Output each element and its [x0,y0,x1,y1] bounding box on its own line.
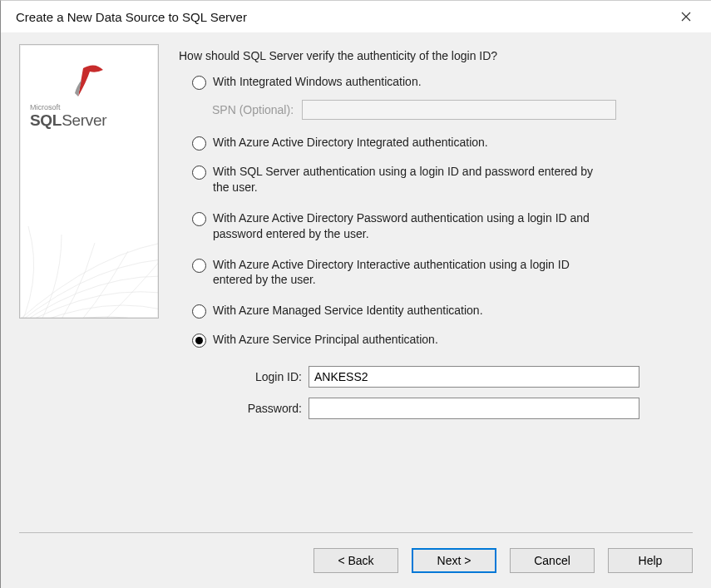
login-id-label: Login ID: [179,370,309,383]
radio-label: With Azure Service Principal authenticat… [213,332,438,348]
radio-label: With Azure Active Directory Interactive … [213,257,612,289]
radio-icon [192,76,206,90]
logo-large-text: SQLServer [30,111,106,130]
close-icon [681,12,691,22]
radio-icon [192,304,206,319]
titlebar: Create a New Data Source to SQL Server [1,1,711,32]
window-title: Create a New Data Source to SQL Server [16,10,671,24]
option-azure-service-principal[interactable]: With Azure Service Principal authenticat… [192,332,693,348]
content-area: Microsoft SQLServer How should SQL Serve… [1,32,711,532]
divider [19,532,693,533]
wizard-sidebar-image: Microsoft SQLServer [19,44,159,319]
option-azure-msi[interactable]: With Azure Managed Service Identity auth… [192,303,693,319]
next-button[interactable]: Next > [412,548,496,573]
option-aad-password[interactable]: With Azure Active Directory Password aut… [192,210,693,242]
option-aad-integrated[interactable]: With Azure Active Directory Integrated a… [192,135,693,151]
spn-label: SPN (Optional): [212,103,302,116]
radio-label: With Azure Managed Service Identity auth… [213,303,483,319]
option-sql-auth[interactable]: With SQL Server authentication using a l… [192,164,693,195]
footer: < Back Next > Cancel Help [1,532,711,588]
close-button[interactable] [671,5,701,28]
option-integrated-windows[interactable]: With Integrated Windows authentication. [192,74,693,90]
radio-label: With Azure Active Directory Integrated a… [213,135,488,151]
spn-input [302,100,616,120]
radio-icon [192,334,206,348]
radio-icon [192,136,206,151]
login-id-row: Login ID: [179,366,693,388]
logo-small-text: Microsoft [30,103,61,111]
sqlserver-flag-icon [72,63,108,100]
help-button[interactable]: Help [608,548,693,573]
spn-row: SPN (Optional): [212,100,693,120]
radio-label: With Azure Active Directory Password aut… [213,210,612,242]
question-text: How should SQL Server verify the authent… [179,49,693,62]
password-input[interactable] [309,398,639,419]
button-row: < Back Next > Cancel Help [19,548,693,573]
radio-icon [192,166,206,180]
password-label: Password: [179,402,309,415]
radio-icon [192,212,206,226]
login-id-input[interactable] [309,366,639,388]
wizard-dialog: Create a New Data Source to SQL Server M… [0,0,711,588]
password-row: Password: [179,398,693,419]
back-button[interactable]: < Back [314,548,398,573]
radio-label: With SQL Server authentication using a l… [213,164,612,195]
radio-icon [192,259,206,273]
option-aad-interactive[interactable]: With Azure Active Directory Interactive … [192,257,693,289]
main-panel: How should SQL Server verify the authent… [179,44,693,532]
mesh-decoration-icon [19,176,159,319]
cancel-button[interactable]: Cancel [510,548,595,573]
radio-label: With Integrated Windows authentication. [213,74,422,90]
